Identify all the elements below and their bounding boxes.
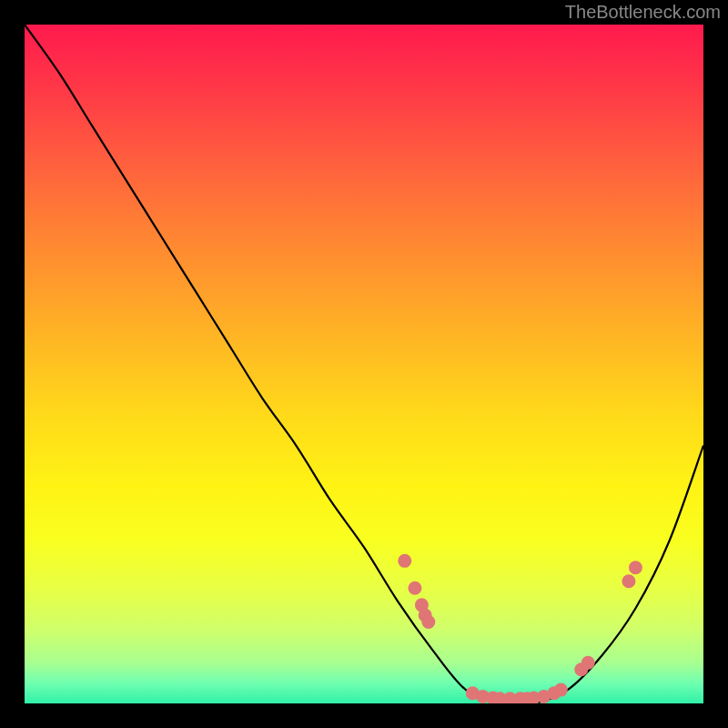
data-point — [629, 561, 642, 574]
data-point — [398, 554, 411, 568]
data-point — [408, 581, 421, 595]
data-points — [25, 25, 703, 703]
data-point — [581, 656, 595, 670]
data-point — [421, 615, 435, 629]
watermark-text: TheBottleneck.com — [565, 2, 721, 23]
data-point — [554, 683, 568, 697]
chart-plot-area — [25, 25, 703, 703]
data-point — [622, 574, 635, 588]
